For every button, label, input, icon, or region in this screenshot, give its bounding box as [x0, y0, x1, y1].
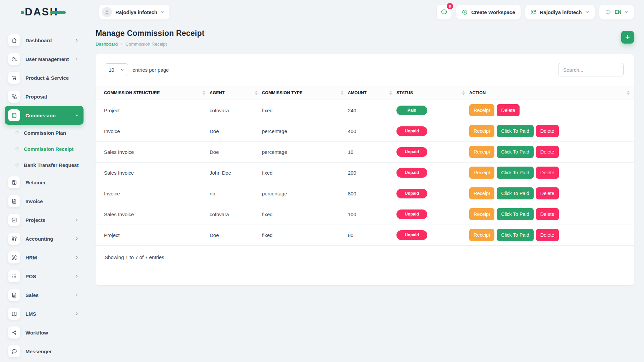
cell-action: ReceiptDelete — [469, 100, 634, 121]
sidebar-subitem-commission-receipt[interactable]: Commission Receipt — [0, 141, 87, 157]
sidebar-item-label: Dashboard — [25, 38, 52, 43]
receipt-button[interactable]: Receipt — [469, 229, 494, 241]
app-logo[interactable]: DASH — [21, 6, 66, 18]
breadcrumb-current: Commission Receipt — [125, 42, 167, 47]
sidebar-item-projects[interactable]: Projects — [5, 210, 84, 229]
receipt-button[interactable]: Receipt — [469, 125, 494, 137]
column-header-commission-structure[interactable]: COMMISSION STRUCTURE — [96, 86, 210, 100]
column-header-amount[interactable]: AMOUNT — [348, 86, 396, 100]
add-commission-receipt-button[interactable]: + — [621, 31, 634, 44]
status-badge: Unpaid — [396, 209, 427, 219]
sidebar-item-proposal[interactable]: Proposal — [5, 87, 84, 106]
page-header: Manage Commission Receipt Dashboard › Co… — [96, 29, 634, 47]
language-selector[interactable]: EN — [599, 5, 634, 19]
table-row: Sales Invoice John Doe fixed 200 Unpaid … — [96, 162, 634, 183]
sidebar-item-label: Projects — [25, 217, 45, 223]
sidebar-item-sales[interactable]: Sales — [5, 286, 84, 304]
sort-icon[interactable] — [341, 90, 343, 95]
sidebar-item-dashboard[interactable]: Dashboard — [5, 31, 84, 50]
accounting-icon — [11, 236, 17, 242]
sort-icon[interactable] — [627, 90, 630, 95]
sidebar-item-label: LMS — [25, 311, 36, 317]
click-to-paid-button[interactable]: Click To Paid — [497, 125, 534, 137]
page-title: Manage Commission Receipt — [96, 29, 205, 38]
receipt-button[interactable]: Receipt — [469, 167, 494, 179]
click-to-paid-button[interactable]: Click To Paid — [497, 146, 534, 158]
logo-dot-icon — [21, 11, 24, 14]
chevron-down-icon — [75, 113, 79, 117]
breadcrumb-dashboard-link[interactable]: Dashboard — [96, 42, 118, 47]
sidebar-item-label: Product & Service — [25, 75, 69, 81]
sidebar-subitem-label: Bank Transfer Request — [24, 162, 78, 168]
sidebar-item-label: Invoice — [25, 198, 43, 204]
click-to-paid-button[interactable]: Click To Paid — [497, 187, 534, 199]
delete-button[interactable]: Delete — [536, 146, 559, 158]
delete-button[interactable]: Delete — [536, 167, 559, 179]
delete-button[interactable]: Delete — [536, 125, 559, 137]
sort-icon[interactable] — [389, 90, 392, 95]
click-to-paid-button[interactable]: Click To Paid — [497, 208, 534, 220]
receipt-button[interactable]: Receipt — [469, 208, 494, 220]
globe-icon — [605, 9, 611, 15]
breadcrumb-separator: › — [121, 41, 122, 47]
sidebar-item-workflow[interactable]: Workflow — [5, 323, 84, 342]
sidebar-item-label: Accounting — [25, 236, 53, 242]
sidebar-item-accounting[interactable]: Accounting — [5, 229, 84, 248]
column-header-action[interactable]: ACTION — [469, 86, 634, 100]
chevron-right-icon — [75, 218, 79, 222]
cell-commission-type: percentage — [262, 183, 348, 204]
cell-status: Unpaid — [396, 225, 469, 245]
sidebar-item-product-service[interactable]: Product & Service — [5, 68, 84, 87]
sidebar-item-lms[interactable]: LMS — [5, 304, 84, 323]
sort-icon[interactable] — [255, 90, 258, 95]
column-header-agent[interactable]: AGENT — [210, 86, 262, 100]
create-workspace-button[interactable]: Create Workspace — [456, 5, 521, 19]
table-row: Project Doe fixed 80 Unpaid ReceiptClick… — [96, 225, 634, 245]
chevron-down-icon — [625, 10, 629, 14]
sidebar-subitem-commission-plan[interactable]: Commission Plan — [0, 125, 87, 141]
receipt-button[interactable]: Receipt — [469, 146, 494, 158]
sidebar-item-retainer[interactable]: Retainer — [5, 173, 84, 192]
search-input[interactable] — [558, 63, 624, 76]
delete-button[interactable]: Delete — [536, 229, 559, 241]
cell-agent: cofovara — [210, 204, 262, 225]
click-to-paid-button[interactable]: Click To Paid — [497, 229, 534, 241]
delete-button[interactable]: Delete — [497, 104, 520, 116]
column-header-label: ACTION — [469, 90, 486, 95]
messenger-icon — [11, 348, 17, 355]
delete-button[interactable]: Delete — [536, 208, 559, 220]
sidebar-item-invoice[interactable]: Invoice — [5, 192, 84, 210]
click-to-paid-button[interactable]: Click To Paid — [497, 167, 534, 179]
sidebar-item-user-management[interactable]: User Management — [5, 50, 84, 68]
cell-amount: 200 — [348, 162, 396, 183]
company-selector[interactable]: Rajodiya infotech — [525, 5, 595, 19]
avatar — [102, 7, 112, 17]
receipt-button[interactable]: Receipt — [469, 187, 494, 199]
column-header-status[interactable]: STATUS — [396, 86, 469, 100]
cell-agent: Doe — [210, 225, 262, 245]
cell-agent: John Doe — [210, 162, 262, 183]
delete-button[interactable]: Delete — [536, 187, 559, 199]
sidebar-item-messenger[interactable]: Messenger — [5, 342, 84, 361]
column-header-label: AGENT — [210, 90, 225, 95]
sort-icon[interactable] — [203, 90, 205, 95]
commission-receipt-table: COMMISSION STRUCTURE AGENT COMMISSION TY… — [96, 86, 634, 246]
cell-status: Unpaid — [396, 121, 469, 141]
table-card: 10 entries per page COMMISSION STRUCTURE… — [96, 54, 634, 285]
sidebar-item-commission[interactable]: Commission — [5, 106, 84, 125]
receipt-button[interactable]: Receipt — [469, 104, 494, 116]
messages-button[interactable]: 0 — [437, 5, 451, 19]
column-header-commission-type[interactable]: COMMISSION TYPE — [262, 86, 348, 100]
sidebar-item-pos[interactable]: POS — [5, 267, 84, 286]
sort-icon[interactable] — [462, 90, 465, 95]
sidebar-subitem-bank-transfer-request[interactable]: Bank Transfer Request — [0, 157, 87, 173]
entries-per-page-select[interactable]: 10 — [105, 63, 128, 76]
sidebar-subitem-label: Commission Receipt — [24, 146, 73, 152]
column-header-label: AMOUNT — [348, 90, 367, 95]
status-badge: Unpaid — [396, 147, 427, 157]
sidebar-item-hrm[interactable]: HRM — [5, 248, 84, 267]
cell-status: Unpaid — [396, 141, 469, 162]
workspace-selector[interactable]: Rajodiya infotech — [99, 5, 169, 19]
cell-commission-type: fixed — [262, 225, 348, 245]
table-row: Sales Invoice cofovara fixed 100 Unpaid … — [96, 204, 634, 225]
